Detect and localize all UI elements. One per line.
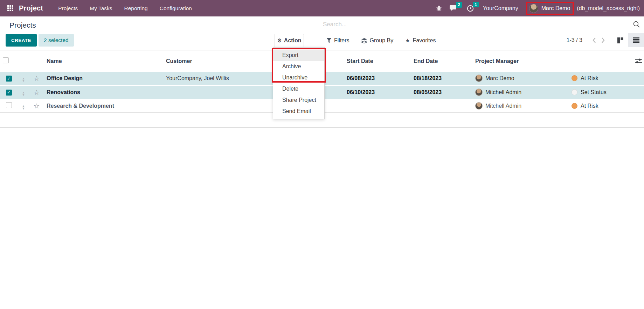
main-menu: Projects My Tasks Reporting Configuratio… (52, 0, 198, 16)
view-switcher (612, 33, 644, 47)
activities-icon[interactable]: 1 (467, 5, 474, 12)
favorite-star-icon[interactable]: ☆ (34, 102, 40, 110)
row-spacer-cell (630, 85, 644, 99)
selected-count-badge: 2 selected (39, 34, 74, 47)
favorite-star-icon[interactable]: ☆ (34, 75, 40, 82)
search-input[interactable]: Search... (323, 21, 347, 28)
activities-count-badge: 1 (473, 2, 478, 8)
optional-columns-toggle[interactable] (630, 50, 644, 72)
project-manager-cell[interactable]: Mitchell Admin (472, 99, 567, 112)
menu-reporting[interactable]: Reporting (118, 0, 154, 16)
end-date-cell[interactable] (411, 99, 472, 112)
favorites-button[interactable]: ★ Favorites (405, 37, 436, 44)
row-select-cell: ✓ (0, 72, 18, 85)
apps-grid-glyph (7, 5, 13, 11)
search-bar[interactable]: Search... (322, 19, 642, 30)
drag-handle-icon[interactable]: ▲▼ (22, 77, 25, 82)
favorites-label: Favorites (413, 37, 436, 44)
project-manager-cell[interactable]: Marc Demo (472, 72, 567, 85)
manager-name: Marc Demo (485, 75, 514, 82)
row-checkbox-checked[interactable]: ✓ (6, 90, 12, 96)
chevron-left-icon (592, 37, 596, 43)
menu-item-delete[interactable]: Delete (273, 83, 324, 94)
row-handle-cell: ▲▼ (18, 99, 29, 112)
messages-icon[interactable]: 2 (450, 5, 457, 12)
row-checkbox-checked[interactable]: ✓ (6, 76, 12, 82)
project-name-cell[interactable]: Renovations (44, 85, 163, 99)
manager-avatar (475, 75, 483, 82)
row-spacer-cell (630, 72, 644, 85)
filters-button[interactable]: Filters (327, 37, 349, 44)
menu-item-archive[interactable]: Archive (273, 61, 324, 72)
column-header-name[interactable]: Name (44, 50, 163, 72)
column-header-start-date[interactable]: Start Date (344, 50, 411, 72)
menu-item-share-project[interactable]: Share Project (273, 94, 324, 106)
star-column-header (29, 50, 44, 72)
action-button-label: Action (284, 37, 302, 44)
row-handle-cell: ▲▼ (18, 85, 29, 99)
group-by-button[interactable]: Group By (361, 37, 394, 44)
drag-handle-icon[interactable]: ▲▼ (22, 91, 25, 96)
search-options: Filters Group By ★ Favorites (327, 34, 436, 47)
row-checkbox-unchecked[interactable] (6, 102, 12, 108)
manager-avatar (475, 102, 483, 110)
pager-previous-button[interactable] (589, 35, 598, 45)
menu-my-tasks[interactable]: My Tasks (84, 0, 118, 16)
user-menu-highlighted[interactable]: Marc Demo (526, 2, 574, 15)
status-cell[interactable]: At Risk (567, 72, 630, 85)
column-header-project-manager[interactable]: Project Manager (472, 50, 567, 72)
menu-configuration[interactable]: Configuration (154, 0, 198, 16)
status-dot-not-set[interactable] (572, 89, 577, 95)
manager-name: Mitchell Admin (485, 89, 521, 96)
messages-count-badge: 2 (456, 2, 462, 8)
filters-label: Filters (334, 37, 349, 44)
drag-handle-icon[interactable]: ▲▼ (22, 105, 25, 110)
list-view-button-active[interactable] (628, 33, 644, 47)
menu-item-unarchive[interactable]: Unarchive (273, 72, 324, 83)
menu-item-export[interactable]: Export (273, 50, 324, 61)
page-title: Projects (9, 21, 36, 29)
manager-avatar (475, 89, 483, 96)
start-date-cell[interactable]: 06/08/2023 (344, 72, 411, 85)
control-panel: Projects Search... CREATE 2 selected ⚙ A… (0, 16, 644, 50)
chevron-right-icon (601, 37, 605, 43)
status-label: At Risk (581, 103, 598, 109)
row-select-cell (0, 99, 18, 112)
status-cell[interactable]: At Risk (567, 99, 630, 112)
search-icon[interactable] (633, 21, 640, 28)
debug-bug-icon[interactable] (436, 5, 442, 11)
row-select-cell: ✓ (0, 85, 18, 99)
status-dot-at-risk[interactable] (572, 103, 577, 109)
action-dropdown-menu: Export Archive Unarchive Delete Share Pr… (273, 47, 325, 119)
app-brand-title[interactable]: Project (19, 4, 43, 12)
systray: 2 1 YourCompany Marc Demo (db_model_acce… (436, 0, 640, 16)
end-date-cell[interactable]: 08/18/2023 (411, 72, 472, 85)
select-all-cell (0, 50, 18, 72)
column-header-end-date[interactable]: End Date (411, 50, 472, 72)
project-name-cell[interactable]: Research & Development (44, 99, 163, 112)
menu-item-send-email[interactable]: Send Email (273, 106, 324, 117)
favorite-star-icon[interactable]: ☆ (34, 89, 40, 96)
status-dot-at-risk[interactable] (572, 75, 577, 81)
start-date-cell[interactable]: 06/10/2023 (344, 85, 411, 99)
project-manager-cell[interactable]: Mitchell Admin (472, 85, 567, 99)
filter-funnel-icon (327, 38, 331, 43)
row-star-cell: ☆ (29, 99, 44, 112)
project-name-cell[interactable]: Office Design (44, 72, 163, 85)
action-menu-button[interactable]: ⚙ Action (275, 34, 304, 47)
pager-range: 1-3 / 3 (567, 37, 582, 43)
create-button[interactable]: CREATE (6, 34, 37, 47)
apps-grid-icon[interactable] (4, 0, 16, 16)
company-switcher[interactable]: YourCompany (483, 5, 518, 12)
handle-column-header (18, 50, 29, 72)
start-date-cell[interactable] (344, 99, 411, 112)
menu-projects[interactable]: Projects (52, 0, 84, 16)
checkmark-icon: ✓ (7, 77, 11, 81)
end-date-cell[interactable]: 08/05/2023 (411, 85, 472, 99)
kanban-view-button[interactable] (612, 33, 628, 47)
column-header-status (567, 50, 630, 72)
select-all-checkbox[interactable] (3, 57, 9, 63)
list-view-icon (633, 37, 639, 43)
status-cell[interactable]: Set Status (567, 85, 630, 99)
pager-next-button[interactable] (598, 35, 608, 45)
